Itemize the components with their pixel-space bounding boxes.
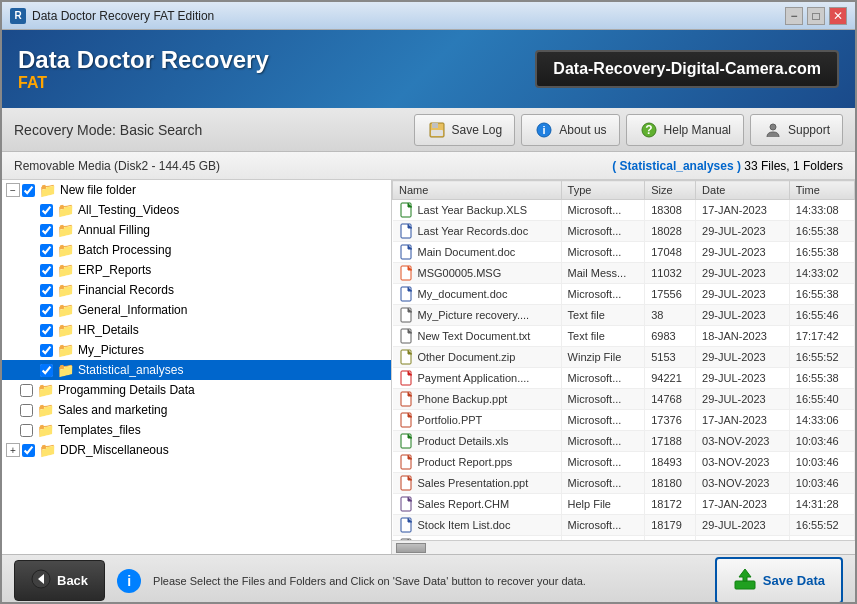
support-button[interactable]: Support: [750, 114, 843, 146]
help-manual-button[interactable]: ? Help Manual: [626, 114, 744, 146]
tree-checkbox[interactable]: [40, 364, 53, 377]
file-type-icon: [399, 391, 415, 407]
table-row[interactable]: New Text Document.txt Text file 6983 18-…: [393, 326, 855, 347]
brand-box: Data-Recovery-Digital-Camera.com: [535, 50, 839, 88]
tree-checkbox[interactable]: [40, 304, 53, 317]
about-us-button[interactable]: i About us: [521, 114, 619, 146]
file-name: My_document.doc: [418, 288, 508, 300]
tree-checkbox[interactable]: [40, 244, 53, 257]
file-type: Microsoft...: [561, 410, 645, 431]
tree-item-all-testing-videos[interactable]: 📁All_Testing_Videos: [2, 200, 391, 220]
file-size: 6983: [645, 326, 696, 347]
tree-checkbox[interactable]: [20, 384, 33, 397]
tree-item-ddr-miscellaneous[interactable]: +📁DDR_Miscellaneous: [2, 440, 391, 460]
svg-rect-1: [432, 123, 438, 128]
table-row[interactable]: Stock Item List.doc Microsoft... 18179 2…: [393, 515, 855, 536]
tree-item-batch-processing[interactable]: 📁Batch Processing: [2, 240, 391, 260]
file-type: Microsoft...: [561, 284, 645, 305]
minimize-button[interactable]: −: [785, 7, 803, 25]
tree-checkbox[interactable]: [20, 404, 33, 417]
table-row[interactable]: Product Report.pps Microsoft... 18493 03…: [393, 452, 855, 473]
svg-point-7: [770, 124, 776, 130]
tree-item-annual-filling[interactable]: 📁Annual Filling: [2, 220, 391, 240]
table-row[interactable]: Last Year Backup.XLS Microsoft... 18308 …: [393, 200, 855, 221]
folder-link[interactable]: ( Statistical_analyses ): [612, 159, 741, 173]
file-name: Payment Application....: [418, 372, 530, 384]
file-date: 17-JAN-2023: [696, 410, 790, 431]
tree-panel[interactable]: −📁New file folder📁All_Testing_Videos📁Ann…: [2, 180, 392, 554]
file-name: Stock Item List.doc: [418, 519, 511, 531]
table-row[interactable]: Payment Application.... Microsoft... 942…: [393, 368, 855, 389]
folder-icon: 📁: [57, 302, 74, 318]
tree-item-statistical-analyses[interactable]: 📁Statistical_analyses: [2, 360, 391, 380]
tree-item-sales-marketing[interactable]: 📁Sales and marketing: [2, 400, 391, 420]
table-row[interactable]: Sales Report.CHM Help File 18172 17-JAN-…: [393, 494, 855, 515]
tree-item-templates-files[interactable]: 📁Templates_files: [2, 420, 391, 440]
close-button[interactable]: ✕: [829, 7, 847, 25]
file-size: 18179: [645, 515, 696, 536]
tree-checkbox[interactable]: [40, 344, 53, 357]
tree-checkbox[interactable]: [20, 424, 33, 437]
col-date[interactable]: Date: [696, 181, 790, 200]
table-row[interactable]: Product Details.xls Microsoft... 17188 0…: [393, 431, 855, 452]
col-name[interactable]: Name: [393, 181, 562, 200]
folder-icon: 📁: [37, 422, 54, 438]
col-size[interactable]: Size: [645, 181, 696, 200]
table-row[interactable]: Sales Presentation.ppt Microsoft... 1818…: [393, 473, 855, 494]
table-row[interactable]: Portfolio.PPT Microsoft... 17376 17-JAN-…: [393, 410, 855, 431]
table-row[interactable]: Other Document.zip Winzip File 5153 29-J…: [393, 347, 855, 368]
tree-label: Financial Records: [78, 283, 174, 297]
tree-checkbox[interactable]: [40, 264, 53, 277]
tree-item-my-pictures[interactable]: 📁My_Pictures: [2, 340, 391, 360]
tree-checkbox[interactable]: [40, 204, 53, 217]
svg-marker-49: [739, 569, 751, 581]
folder-icon: 📁: [57, 322, 74, 338]
tree-checkbox[interactable]: [22, 444, 35, 457]
expand-icon[interactable]: +: [6, 443, 20, 457]
file-time: 16:55:38: [789, 242, 854, 263]
tree-item-hr-details[interactable]: 📁HR_Details: [2, 320, 391, 340]
file-table-wrapper[interactable]: Name Type Size Date Time: [392, 180, 855, 540]
tree-checkbox[interactable]: [40, 224, 53, 237]
table-row[interactable]: Main Document.doc Microsoft... 17048 29-…: [393, 242, 855, 263]
horizontal-scrollbar[interactable]: [392, 540, 855, 554]
maximize-button[interactable]: □: [807, 7, 825, 25]
tree-item-general-information[interactable]: 📁General_Information: [2, 300, 391, 320]
file-name: Portfolio.PPT: [418, 414, 483, 426]
tree-item-programming-details[interactable]: 📁Progamming Details Data: [2, 380, 391, 400]
save-data-button[interactable]: Save Data: [715, 557, 843, 604]
table-row[interactable]: MSG00005.MSG Mail Mess... 11032 29-JUL-2…: [393, 263, 855, 284]
table-row[interactable]: Phone Backup.ppt Microsoft... 14768 29-J…: [393, 389, 855, 410]
file-type-icon: [399, 475, 415, 491]
table-row[interactable]: My_document.doc Microsoft... 17556 29-JU…: [393, 284, 855, 305]
file-type-icon: [399, 307, 415, 323]
recovery-mode-label: Recovery Mode: Basic Search: [14, 122, 202, 138]
file-name-cell: Payment Application....: [393, 368, 562, 389]
tree-item-erp-reports[interactable]: 📁ERP_Reports: [2, 260, 391, 280]
tree-item-new-file-folder[interactable]: −📁New file folder: [2, 180, 391, 200]
save-log-button[interactable]: Save Log: [414, 114, 516, 146]
tree-checkbox[interactable]: [22, 184, 35, 197]
app-subtitle: FAT: [18, 74, 269, 92]
col-time[interactable]: Time: [789, 181, 854, 200]
table-row[interactable]: Last Year Records.doc Microsoft... 18028…: [393, 221, 855, 242]
file-time: 10:03:46: [789, 452, 854, 473]
folder-icon: 📁: [37, 382, 54, 398]
back-button[interactable]: Back: [14, 560, 105, 601]
file-name: Sales Report.CHM: [418, 498, 510, 510]
tree-checkbox[interactable]: [40, 284, 53, 297]
file-date: 29-JUL-2023: [696, 284, 790, 305]
file-type: Microsoft...: [561, 452, 645, 473]
expand-icon[interactable]: −: [6, 183, 20, 197]
help-manual-label: Help Manual: [664, 123, 731, 137]
bottom-bar: Back i Please Select the Files and Folde…: [2, 554, 855, 604]
table-row[interactable]: My_Picture recovery.... Text file 38 29-…: [393, 305, 855, 326]
main-content: −📁New file folder📁All_Testing_Videos📁Ann…: [2, 180, 855, 554]
tree-checkbox[interactable]: [40, 324, 53, 337]
file-type: Text file: [561, 305, 645, 326]
file-name: Last Year Records.doc: [418, 225, 529, 237]
tree-item-financial-records[interactable]: 📁Financial Records: [2, 280, 391, 300]
file-name-cell: New Text Document.txt: [393, 326, 562, 347]
tree-label: New file folder: [60, 183, 136, 197]
col-type[interactable]: Type: [561, 181, 645, 200]
